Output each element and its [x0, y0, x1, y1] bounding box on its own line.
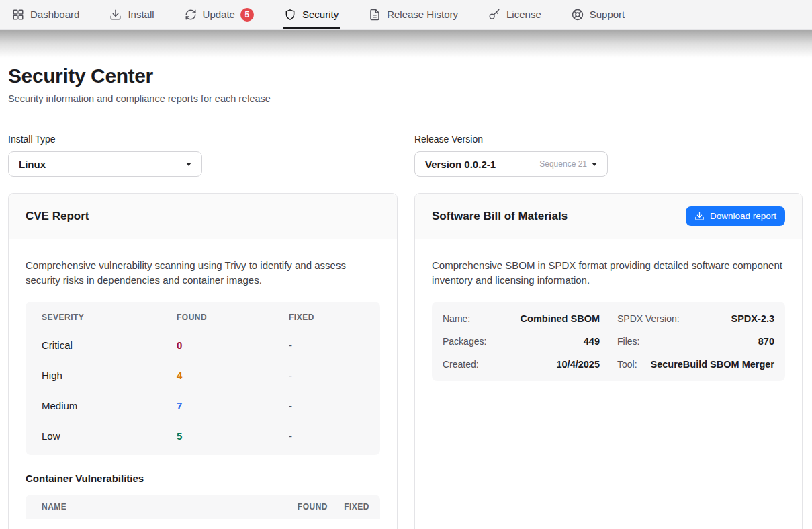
sbom-header: Software Bill of Materials Download repo… — [415, 194, 802, 239]
install-type-value: Linux — [19, 159, 46, 170]
severity-fixed-count: - — [289, 400, 364, 411]
sbom-title: Software Bill of Materials — [432, 210, 568, 223]
page-title: Security Center — [8, 65, 803, 87]
nav-item-label: Dashboard — [30, 9, 79, 20]
severity-table-rows: Critical0-High4-Medium7-Low5- — [26, 330, 380, 451]
severity-found-count: 4 — [177, 370, 289, 381]
update-icon — [185, 9, 197, 21]
severity-found-count: 5 — [177, 430, 289, 442]
top-nav: DashboardInstallUpdate5SecurityRelease H… — [0, 0, 812, 30]
page-subtitle: Security information and compliance repo… — [8, 93, 803, 104]
release-version-filter: Release Version Version 0.0.2-1 Sequence… — [414, 134, 803, 177]
release-history-icon — [369, 9, 381, 21]
sbom-info-files: Files:870 — [617, 330, 774, 353]
cve-report-title: CVE Report — [26, 210, 89, 223]
cve-report-body: Comprehensive vulnerability scanning usi… — [9, 239, 397, 529]
severity-table: SEVERITY FOUND FIXED Critical0-High4-Med… — [26, 302, 380, 455]
sbom-info-name: Name:Combined SBOM — [443, 307, 600, 330]
cards-row: CVE Report Comprehensive vulnerability s… — [8, 193, 803, 529]
nav-item-label: Security — [302, 9, 339, 20]
security-icon — [284, 9, 296, 21]
install-type-label: Install Type — [8, 134, 398, 145]
severity-name: Medium — [42, 400, 177, 411]
severity-row-medium: Medium7- — [26, 391, 380, 421]
sequence-wrap: Sequence 21 — [539, 159, 597, 169]
found-col-header: FOUND — [177, 313, 289, 322]
release-version-label: Release Version — [414, 134, 803, 145]
name-col-header: NAME — [42, 502, 274, 512]
sbom-info-value: 870 — [758, 336, 774, 347]
filters-row: Install Type Linux Release Version Versi… — [8, 134, 803, 177]
cve-report-description: Comprehensive vulnerability scanning usi… — [26, 258, 380, 287]
update-count-badge: 5 — [240, 8, 254, 22]
cve-report-card: CVE Report Comprehensive vulnerability s… — [8, 193, 398, 529]
severity-table-header: SEVERITY FOUND FIXED — [26, 302, 380, 330]
license-icon — [488, 9, 500, 21]
sbom-info-value: Combined SBOM — [521, 313, 600, 324]
found-col-header: FOUND — [274, 502, 328, 512]
sbom-info-created: Created:10/4/2025 — [443, 353, 600, 376]
nav-item-security[interactable]: Security — [284, 0, 339, 29]
install-icon — [109, 9, 122, 21]
severity-name: Critical — [42, 339, 177, 351]
nav-item-support[interactable]: Support — [572, 0, 625, 29]
severity-fixed-count: - — [289, 430, 364, 442]
sbom-info-label: SPDX Version: — [617, 313, 680, 324]
sbom-info-label: Files: — [617, 336, 639, 347]
support-icon — [572, 9, 584, 21]
sbom-info-panel: Name:Combined SBOMSPDX Version:SPDX-2.3P… — [432, 302, 785, 381]
sbom-info-value: SPDX-2.3 — [731, 313, 774, 324]
download-report-label: Download report — [710, 211, 776, 221]
severity-found-count: 0 — [177, 339, 289, 351]
chevron-down-icon — [186, 163, 191, 166]
severity-row-critical: Critical0- — [26, 330, 380, 360]
nav-item-release-history[interactable]: Release History — [369, 0, 458, 29]
nav-item-dashboard[interactable]: Dashboard — [12, 0, 79, 29]
sbom-info-spdxversion: SPDX Version:SPDX-2.3 — [617, 307, 774, 330]
severity-found-count: 7 — [177, 400, 289, 411]
dashboard-icon — [12, 9, 24, 21]
scroll-shadow-band — [0, 30, 812, 58]
severity-row-low: Low5- — [26, 421, 380, 451]
sbom-info-value: 449 — [584, 336, 600, 347]
sbom-info-label: Packages: — [443, 336, 486, 347]
sbom-info-label: Tool: — [617, 359, 637, 370]
sbom-body: Comprehensive SBOM in SPDX format provid… — [415, 239, 802, 400]
cve-report-header: CVE Report — [9, 194, 397, 239]
nav-item-label: Release History — [387, 9, 458, 20]
nav-item-install[interactable]: Install — [109, 0, 154, 29]
sbom-info-label: Created: — [443, 359, 479, 370]
severity-fixed-count: - — [289, 339, 364, 351]
fixed-col-header: FIXED — [289, 313, 364, 322]
nav-item-label: Install — [128, 9, 154, 20]
container-vulnerabilities-title: Container Vulnerabilities — [26, 473, 380, 484]
sbom-info-value: SecureBuild SBOM Merger — [650, 359, 774, 370]
download-report-button[interactable]: Download report — [686, 206, 785, 226]
severity-row-high: High4- — [26, 360, 380, 391]
container-vuln-table-header: NAME FOUND FIXED — [26, 495, 380, 519]
nav-item-label: Support — [590, 9, 625, 20]
sbom-info-label: Name: — [443, 313, 470, 324]
chevron-down-icon — [592, 163, 597, 166]
sbom-card: Software Bill of Materials Download repo… — [414, 193, 803, 529]
release-version-value: Version 0.0.2-1 — [425, 159, 496, 170]
main-content: Security Center Security information and… — [0, 65, 812, 529]
sbom-info-packages: Packages:449 — [443, 330, 600, 353]
severity-name: Low — [42, 430, 177, 442]
sequence-label: Sequence 21 — [539, 159, 587, 169]
nav-item-update[interactable]: Update5 — [185, 0, 254, 29]
sbom-info-tool: Tool:SecureBuild SBOM Merger — [617, 353, 774, 376]
sbom-description: Comprehensive SBOM in SPDX format provid… — [432, 258, 785, 287]
install-type-filter: Install Type Linux — [8, 134, 398, 177]
release-version-select[interactable]: Version 0.0.2-1 Sequence 21 — [414, 151, 608, 177]
sbom-info-value: 10/4/2025 — [556, 359, 600, 370]
download-icon — [694, 211, 705, 221]
install-type-select[interactable]: Linux — [8, 151, 202, 177]
severity-name: High — [42, 370, 177, 381]
nav-item-label: License — [506, 9, 541, 20]
severity-col-header: SEVERITY — [42, 313, 177, 322]
nav-item-license[interactable]: License — [488, 0, 541, 29]
fixed-col-header: FIXED — [328, 502, 369, 512]
nav-item-label: Update — [203, 9, 235, 20]
severity-fixed-count: - — [289, 370, 364, 381]
